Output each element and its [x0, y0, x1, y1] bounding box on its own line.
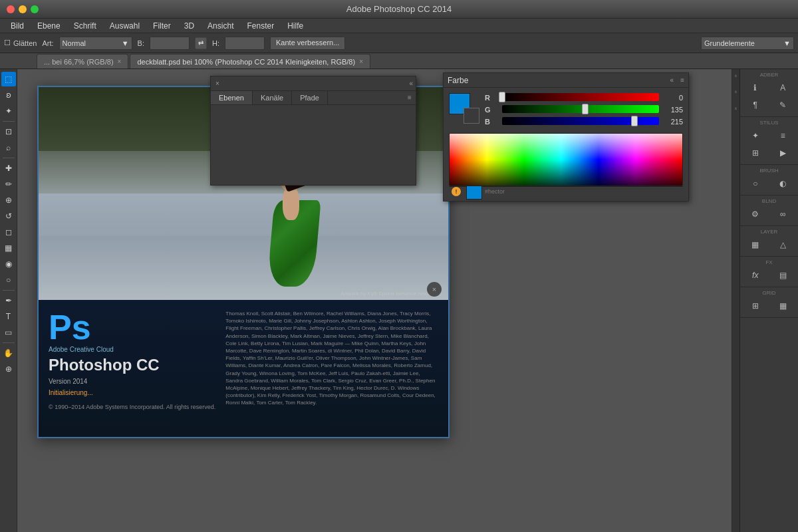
gamut-warning-icon[interactable]: ! — [452, 187, 461, 196]
ps-cc-label: Adobe Creative Cloud — [49, 346, 114, 353]
color-panel-menu-btn[interactable]: ≡ — [680, 76, 684, 84]
close-button[interactable] — [7, 5, 15, 13]
channel-b-label: B — [485, 118, 498, 126]
maximize-button[interactable] — [31, 5, 39, 13]
h-label: H: — [212, 39, 219, 47]
tool-dodge[interactable]: ○ — [1, 273, 16, 287]
expand-arrow-2[interactable]: « — [733, 90, 739, 93]
tool-shape[interactable]: ▭ — [1, 325, 16, 340]
menu-ebene[interactable]: Ebene — [32, 20, 66, 32]
splash-close-icon[interactable]: × — [427, 282, 442, 297]
channel-g-row: G 135 — [485, 105, 683, 114]
menu-hilfe[interactable]: Hilfe — [282, 20, 309, 32]
rp-btn-adjust[interactable]: △ — [775, 237, 791, 253]
tool-blur[interactable]: ◉ — [1, 257, 16, 271]
tab-0-close[interactable]: × — [118, 58, 122, 65]
layers-panel-options[interactable]: ≡ — [404, 91, 416, 103]
tool-pen[interactable]: ✒ — [1, 293, 16, 308]
rp-btn-halfcircle[interactable]: ◐ — [775, 176, 791, 192]
right-panel-icons: adber ℹ A ¶ ✎ stilus ✦ ≡ ⊞ ▶ — [739, 69, 798, 532]
workspace-arrow: ▼ — [783, 39, 791, 47]
rp-btn-layers[interactable]: ▦ — [747, 237, 763, 253]
rp-btn-info[interactable]: ℹ — [747, 80, 763, 96]
channel-b-slider[interactable] — [502, 117, 659, 126]
rp-btn-infinity[interactable]: ∞ — [775, 206, 791, 222]
channel-b-thumb[interactable] — [631, 116, 638, 126]
tool-crop[interactable]: ⊡ — [1, 124, 16, 139]
menu-ansicht[interactable]: Ansicht — [202, 20, 239, 32]
ps-initializing: Initialisierung... — [49, 389, 93, 396]
rp-btn-gear[interactable]: ⚙ — [747, 206, 763, 222]
background-color[interactable] — [464, 108, 479, 124]
smooth-checkbox-box[interactable]: ☐ — [4, 39, 11, 47]
art-label: Art: — [42, 39, 53, 47]
rp-btn-list[interactable]: ≡ — [775, 128, 791, 144]
layers-panel-collapse[interactable]: « — [409, 80, 413, 87]
expand-arrow-1[interactable]: « — [733, 74, 739, 77]
channel-g-slider[interactable] — [502, 105, 659, 114]
tab-1-close[interactable]: × — [359, 58, 363, 65]
minimize-button[interactable] — [19, 5, 27, 13]
tool-history-brush[interactable]: ↺ — [1, 209, 16, 223]
rp-btn-circle[interactable]: ○ — [747, 176, 763, 192]
h-input[interactable] — [225, 37, 265, 50]
rp-btn-arrow-r[interactable]: ▶ — [775, 145, 791, 161]
ps-logo: Ps — [49, 310, 91, 344]
tab-0[interactable]: ... bei 66,7% (RGB/8) × — [37, 54, 128, 68]
menu-bar: Bild Ebene Schrift Auswahl Filter 3D Ans… — [0, 19, 798, 33]
menu-fenster[interactable]: Fenster — [241, 20, 279, 32]
tool-text[interactable]: T — [1, 309, 16, 324]
tab-kanaele[interactable]: Kanäle — [253, 91, 292, 104]
rp-btn-hlines[interactable]: ▤ — [775, 267, 791, 283]
window-controls[interactable] — [7, 5, 39, 13]
tool-eraser[interactable]: ◻ — [1, 225, 16, 239]
rp-label-grid: grid — [741, 289, 797, 297]
color-panel-collapse-btn[interactable]: « — [670, 76, 674, 84]
tool-healing[interactable]: ✚ — [1, 161, 16, 176]
rp-btn-para[interactable]: ¶ — [747, 97, 763, 113]
rp-btn-pen[interactable]: ✎ — [775, 97, 791, 113]
rp-btn-asterisk[interactable]: ✦ — [747, 128, 763, 144]
tool-selection[interactable]: ⬚ — [1, 72, 16, 86]
tool-brush[interactable]: ✏ — [1, 177, 16, 192]
menu-3d[interactable]: 3D — [179, 20, 200, 32]
color-panel-options: « ≡ — [670, 76, 684, 84]
tool-eyedropper[interactable]: ⌕ — [1, 140, 16, 155]
menu-filter[interactable]: Filter — [148, 20, 176, 32]
b-label: B: — [138, 39, 144, 47]
rp-btn-table[interactable]: ▦ — [775, 298, 791, 314]
title-bar: Adobe Photoshop CC 2014 — [0, 0, 798, 19]
tab-ebenen[interactable]: Ebenen — [211, 91, 253, 104]
color-spectrum[interactable] — [449, 133, 683, 186]
b-input[interactable] — [150, 37, 190, 50]
tool-gradient[interactable]: ▦ — [1, 241, 16, 255]
layers-panel-close[interactable]: × — [213, 80, 221, 87]
expand-arrow-3[interactable]: « — [733, 107, 739, 110]
tool-zoom[interactable]: ⊕ — [1, 362, 16, 376]
swap-icon[interactable]: ⇄ — [195, 37, 207, 49]
color-swatches — [449, 93, 479, 124]
rp-btn-type[interactable]: A — [775, 80, 791, 96]
rp-btn-grid2[interactable]: ⊞ — [747, 298, 763, 314]
smooth-checkbox[interactable]: ☐ Glätten — [4, 39, 37, 47]
menu-schrift[interactable]: Schrift — [68, 20, 102, 32]
channel-r-row: R 0 — [485, 93, 683, 102]
menu-bild[interactable]: Bild — [5, 20, 29, 32]
channel-r-slider[interactable] — [502, 93, 659, 102]
tool-hand[interactable]: ✋ — [1, 346, 16, 360]
tab-pfade[interactable]: Pfade — [292, 91, 328, 104]
workspace-dropdown[interactable]: Grundelemente ▼ — [701, 37, 794, 50]
ps-title: Photoshop CC — [49, 356, 160, 375]
tool-magic-wand[interactable]: ✦ — [1, 104, 16, 118]
rp-btn-fx[interactable]: fx — [747, 267, 763, 283]
tool-stamp[interactable]: ⊕ — [1, 193, 16, 207]
channel-g-thumb[interactable] — [582, 104, 589, 114]
art-dropdown[interactable]: Normal ▼ — [59, 37, 132, 50]
tab-1[interactable]: deckblatt.psd bei 100% (Photoshop CC 201… — [130, 54, 370, 68]
rp-btn-align[interactable]: ⊞ — [747, 145, 763, 161]
menu-auswahl[interactable]: Auswahl — [104, 20, 145, 32]
tool-lasso[interactable]: ʚ — [1, 88, 16, 102]
channel-r-thumb[interactable] — [499, 92, 505, 102]
refine-edge-button[interactable]: Kante verbessern... — [270, 37, 345, 50]
rp-label-brush: brush — [741, 167, 797, 174]
